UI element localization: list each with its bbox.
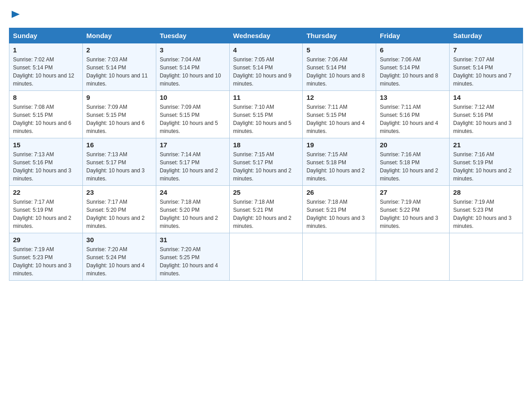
calendar-day-cell: 4 Sunrise: 7:05 AM Sunset: 5:14 PM Dayli… [229, 43, 303, 91]
day-number: 10 [160, 94, 226, 101]
day-info: Sunrise: 7:09 AM Sunset: 5:15 PM Dayligh… [86, 103, 152, 135]
sunset-label: Sunset: 5:14 PM [453, 64, 493, 71]
day-number: 25 [233, 188, 299, 196]
sunset-label: Sunset: 5:23 PM [453, 207, 493, 213]
sunrise-label: Sunrise: 7:11 AM [380, 104, 420, 110]
calendar-day-cell [376, 233, 450, 281]
day-info: Sunrise: 7:16 AM Sunset: 5:18 PM Dayligh… [380, 150, 446, 183]
sunrise-label: Sunrise: 7:09 AM [86, 104, 127, 110]
daylight-label: Daylight: 10 hours and 4 minutes. [380, 120, 438, 134]
sunset-label: Sunset: 5:14 PM [86, 64, 126, 71]
calendar-day-cell: 31 Sunrise: 7:20 AM Sunset: 5:25 PM Dayl… [156, 233, 229, 281]
calendar-day-cell: 8 Sunrise: 7:08 AM Sunset: 5:15 PM Dayli… [9, 91, 83, 138]
daylight-label: Daylight: 10 hours and 2 minutes. [380, 167, 438, 182]
daylight-label: Daylight: 10 hours and 3 minutes. [13, 262, 71, 277]
calendar-day-cell: 20 Sunrise: 7:16 AM Sunset: 5:18 PM Dayl… [376, 138, 450, 186]
daylight-label: Daylight: 10 hours and 7 minutes. [453, 73, 511, 87]
sunset-label: Sunset: 5:18 PM [306, 159, 346, 166]
calendar-day-cell: 7 Sunrise: 7:07 AM Sunset: 5:14 PM Dayli… [450, 43, 523, 91]
day-info: Sunrise: 7:08 AM Sunset: 5:15 PM Dayligh… [13, 103, 79, 135]
calendar-day-cell: 22 Sunrise: 7:17 AM Sunset: 5:19 PM Dayl… [9, 186, 83, 233]
sunrise-label: Sunrise: 7:13 AM [86, 151, 127, 158]
sunset-label: Sunset: 5:15 PM [306, 112, 346, 118]
col-monday: Monday [82, 28, 156, 43]
calendar-day-cell [229, 233, 303, 281]
calendar-day-cell: 6 Sunrise: 7:06 AM Sunset: 5:14 PM Dayli… [376, 43, 450, 91]
calendar-week-row: 15 Sunrise: 7:13 AM Sunset: 5:16 PM Dayl… [9, 138, 523, 186]
col-sunday: Sunday [9, 28, 83, 43]
sunset-label: Sunset: 5:14 PM [306, 64, 346, 71]
sunset-label: Sunset: 5:14 PM [233, 64, 273, 71]
calendar-day-cell: 3 Sunrise: 7:04 AM Sunset: 5:14 PM Dayli… [156, 43, 229, 91]
sunrise-label: Sunrise: 7:03 AM [86, 56, 127, 63]
daylight-label: Daylight: 10 hours and 2 minutes. [13, 215, 71, 229]
calendar-day-cell: 29 Sunrise: 7:19 AM Sunset: 5:23 PM Dayl… [9, 233, 83, 281]
sunset-label: Sunset: 5:14 PM [13, 64, 53, 71]
day-info: Sunrise: 7:18 AM Sunset: 5:20 PM Dayligh… [160, 198, 226, 230]
daylight-label: Daylight: 10 hours and 5 minutes. [233, 120, 292, 134]
day-info: Sunrise: 7:19 AM Sunset: 5:23 PM Dayligh… [453, 198, 519, 230]
calendar-day-cell [450, 233, 523, 281]
sunrise-label: Sunrise: 7:14 AM [160, 151, 201, 158]
col-saturday: Saturday [450, 28, 523, 43]
daylight-label: Daylight: 10 hours and 3 minutes. [13, 167, 71, 182]
daylight-label: Daylight: 10 hours and 3 minutes. [306, 215, 365, 229]
day-info: Sunrise: 7:14 AM Sunset: 5:17 PM Dayligh… [160, 150, 226, 183]
day-info: Sunrise: 7:11 AM Sunset: 5:16 PM Dayligh… [380, 103, 446, 135]
daylight-label: Daylight: 10 hours and 3 minutes. [86, 167, 145, 182]
day-number: 29 [13, 236, 79, 244]
calendar-day-cell: 19 Sunrise: 7:15 AM Sunset: 5:18 PM Dayl… [303, 138, 376, 186]
day-info: Sunrise: 7:15 AM Sunset: 5:18 PM Dayligh… [306, 150, 372, 183]
day-number: 5 [306, 46, 372, 54]
sunrise-label: Sunrise: 7:16 AM [380, 151, 420, 158]
daylight-label: Daylight: 10 hours and 3 minutes. [453, 215, 511, 229]
sunrise-label: Sunrise: 7:18 AM [306, 199, 347, 205]
calendar-day-cell: 9 Sunrise: 7:09 AM Sunset: 5:15 PM Dayli… [82, 91, 156, 138]
day-info: Sunrise: 7:06 AM Sunset: 5:14 PM Dayligh… [306, 56, 372, 88]
daylight-label: Daylight: 10 hours and 8 minutes. [380, 73, 438, 87]
day-info: Sunrise: 7:03 AM Sunset: 5:14 PM Dayligh… [86, 56, 152, 88]
sunrise-label: Sunrise: 7:18 AM [160, 199, 201, 205]
sunset-label: Sunset: 5:25 PM [160, 254, 200, 261]
sunset-label: Sunset: 5:15 PM [233, 112, 273, 118]
day-number: 22 [13, 188, 79, 196]
day-info: Sunrise: 7:15 AM Sunset: 5:17 PM Dayligh… [233, 150, 299, 183]
daylight-label: Daylight: 10 hours and 2 minutes. [160, 215, 218, 229]
daylight-label: Daylight: 10 hours and 9 minutes. [233, 73, 292, 87]
calendar-day-cell: 5 Sunrise: 7:06 AM Sunset: 5:14 PM Dayli… [303, 43, 376, 91]
sunrise-label: Sunrise: 7:19 AM [380, 199, 420, 205]
day-number: 26 [306, 188, 372, 196]
calendar-day-cell: 26 Sunrise: 7:18 AM Sunset: 5:21 PM Dayl… [303, 186, 376, 233]
sunrise-label: Sunrise: 7:10 AM [233, 104, 274, 110]
sunrise-label: Sunrise: 7:17 AM [13, 199, 54, 205]
day-number: 19 [306, 141, 372, 149]
calendar-day-cell: 15 Sunrise: 7:13 AM Sunset: 5:16 PM Dayl… [9, 138, 83, 186]
sunrise-label: Sunrise: 7:19 AM [13, 246, 54, 253]
sunset-label: Sunset: 5:17 PM [233, 159, 273, 166]
calendar-day-cell: 12 Sunrise: 7:11 AM Sunset: 5:15 PM Dayl… [303, 91, 376, 138]
day-info: Sunrise: 7:18 AM Sunset: 5:21 PM Dayligh… [306, 198, 372, 230]
daylight-label: Daylight: 10 hours and 2 minutes. [86, 215, 145, 229]
day-number: 4 [233, 46, 299, 54]
calendar-week-row: 8 Sunrise: 7:08 AM Sunset: 5:15 PM Dayli… [9, 91, 523, 138]
day-info: Sunrise: 7:06 AM Sunset: 5:14 PM Dayligh… [380, 56, 446, 88]
daylight-label: Daylight: 10 hours and 4 minutes. [306, 120, 365, 134]
col-wednesday: Wednesday [229, 28, 303, 43]
day-info: Sunrise: 7:05 AM Sunset: 5:14 PM Dayligh… [233, 56, 299, 88]
sunset-label: Sunset: 5:14 PM [160, 64, 200, 71]
sunrise-label: Sunrise: 7:06 AM [306, 56, 347, 63]
sunset-label: Sunset: 5:19 PM [13, 207, 53, 213]
daylight-label: Daylight: 10 hours and 8 minutes. [306, 73, 365, 87]
daylight-label: Daylight: 10 hours and 11 minutes. [86, 73, 148, 87]
daylight-label: Daylight: 10 hours and 4 minutes. [160, 262, 218, 277]
daylight-label: Daylight: 10 hours and 5 minutes. [160, 120, 218, 134]
day-info: Sunrise: 7:09 AM Sunset: 5:15 PM Dayligh… [160, 103, 226, 135]
calendar-day-cell: 25 Sunrise: 7:18 AM Sunset: 5:21 PM Dayl… [229, 186, 303, 233]
col-thursday: Thursday [303, 28, 376, 43]
day-info: Sunrise: 7:04 AM Sunset: 5:14 PM Dayligh… [160, 56, 226, 88]
calendar-day-cell: 2 Sunrise: 7:03 AM Sunset: 5:14 PM Dayli… [82, 43, 156, 91]
day-number: 16 [86, 141, 152, 149]
sunset-label: Sunset: 5:14 PM [380, 64, 420, 71]
sunrise-label: Sunrise: 7:15 AM [306, 151, 347, 158]
day-info: Sunrise: 7:18 AM Sunset: 5:21 PM Dayligh… [233, 198, 299, 230]
